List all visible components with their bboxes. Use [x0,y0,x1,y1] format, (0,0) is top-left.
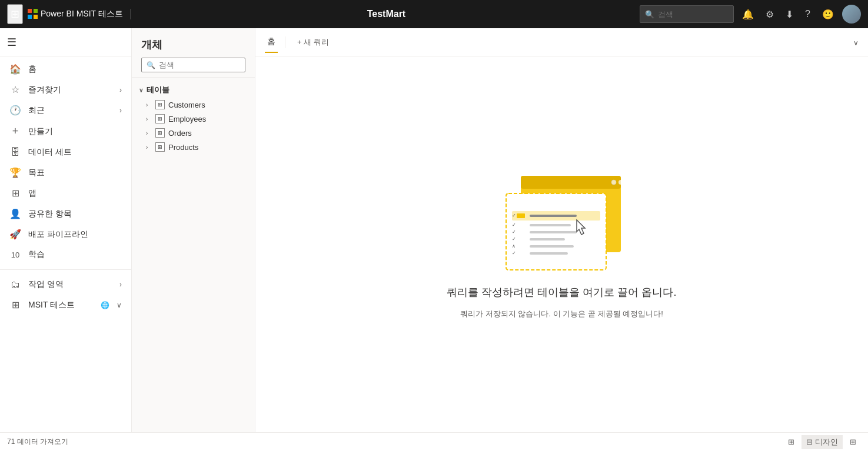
ms-blue [28,15,32,19]
bottom-right: ⊞ ⊟ 디자인 ⊞ [783,435,861,449]
sidebar-label-favorites: 즐겨찾기 [28,85,112,95]
notifications-icon[interactable]: 🔔 [739,6,757,22]
sidebar-nav: 🏠 홈 ☆ 즐겨찾기 › 🕐 최근 › + 만들기 🗄 데이터 세트 [0,56,131,432]
ms-green [34,9,38,13]
sidebar-item-datasets[interactable]: 🗄 데이터 세트 [0,142,131,162]
avatar[interactable] [842,5,861,24]
create-icon: + [9,125,21,138]
panel-search-input[interactable] [159,61,240,69]
apps-icon[interactable]: ⊞ [7,4,23,24]
apps-grid-icon: ⊞ [9,188,21,199]
ms-logo: Power BI MSIT 테스트 [28,9,131,19]
recent-icon: 🕐 [9,105,21,116]
object-panel: 개체 🔍 ∨ 테이블 › ⊞ Customers › ⊞ Employees [132,28,255,432]
table-label-products: Products [168,143,198,152]
svg-text:✓: ✓ [512,222,516,228]
sidebar-item-favorites[interactable]: ☆ 즐겨찾기 › [0,79,131,100]
chevron-right-icon-customers: › [146,102,152,108]
chevron-down-icon: ∨ [117,301,122,309]
sidebar-item-apps[interactable]: ⊞ 앱 [0,183,131,203]
sidebar-item-msit[interactable]: ⊞ MSIT 테스트 🌐 ∨ [0,295,131,315]
chevron-right-icon-employees: › [146,116,152,122]
svg-text:✓: ✓ [512,250,516,256]
sidebar-label-datasets: 데이터 세트 [28,147,122,158]
svg-rect-23 [530,245,574,248]
ms-squares [28,9,38,19]
tab-home[interactable]: 홈 [265,32,278,53]
ms-yellow [34,15,38,19]
divider-v [285,36,285,48]
sidebar-item-create[interactable]: + 만들기 [0,121,131,142]
svg-text:✓: ✓ [512,213,516,218]
sidebar-item-goals[interactable]: 🏆 목표 [0,162,131,183]
section-header-tables[interactable]: ∨ 테이블 [132,82,255,98]
sidebar-label-workspace: 작업 영역 [28,279,112,290]
bottombar: 71 데이터 가져오기 ⊞ ⊟ 디자인 ⊞ [0,432,868,451]
search-icon-panel: 🔍 [147,61,155,69]
svg-rect-24 [530,252,568,255]
app-name: Power BI MSIT 테스트 [41,9,123,19]
sidebar-label-msit: MSIT 테스트 [28,300,94,310]
svg-text:✓: ✓ [512,229,516,235]
hamburger-icon[interactable]: ☰ [7,36,16,49]
favorites-icon: ☆ [9,84,21,95]
sidebar-item-workspace[interactable]: 🗂 작업 영역 › [0,275,131,295]
table-item-orders[interactable]: › ⊞ Orders [132,126,255,140]
topbar-title: TestMart [367,9,406,19]
table-icon-employees: ⊞ [155,114,165,123]
emoji-icon[interactable]: 🙂 [819,6,837,22]
svg-point-3 [618,180,623,185]
view-design-button[interactable]: ⊟ 디자인 [802,435,843,449]
panel-title: 개체 [141,38,245,52]
content-area: 홈 + 새 쿼리 ∨ [255,28,868,432]
sidebar-item-home[interactable]: 🏠 홈 [0,59,131,79]
table-item-products[interactable]: › ⊞ Products [132,140,255,154]
topbar-center: TestMart [138,9,635,19]
svg-text:∧: ∧ [512,243,516,249]
drop-text-sub: 쿼리가 저장되지 않습니다. 이 기능은 곧 제공될 예정입니다! [460,309,663,319]
design-icon: ⊟ [806,437,813,446]
workspace-icon: 🗂 [9,279,21,290]
home-icon: 🏠 [9,64,21,75]
table-label-employees: Employees [168,115,206,123]
chevron-right-icon: › [119,86,122,94]
sidebar-label-home: 홈 [28,64,122,75]
table-item-employees[interactable]: › ⊞ Employees [132,112,255,126]
new-query-button[interactable]: + 새 쿼리 [292,35,334,50]
sidebar-item-shared[interactable]: 👤 공유한 항목 [0,203,131,224]
panel-search[interactable]: 🔍 [141,58,245,72]
sidebar-label-apps: 앱 [28,188,122,199]
view-model-button[interactable]: ⊞ [845,436,861,448]
chevron-down-icon-tables: ∨ [139,87,143,93]
collapse-icon[interactable]: ∨ [853,39,859,47]
chevron-right-icon-orders: › [146,130,152,136]
help-icon[interactable]: ? [802,6,814,22]
content-header: 홈 + 새 쿼리 ∨ [255,28,868,56]
table-label-orders: Orders [168,129,192,138]
view-grid-button[interactable]: ⊞ [783,436,799,448]
download-icon[interactable]: ⬇ [782,6,797,22]
goals-icon: 🏆 [9,167,21,178]
settings-icon[interactable]: ⚙ [762,6,777,22]
chevron-right-icon-3: › [119,280,122,289]
search-input[interactable] [658,10,729,19]
divider [0,269,131,270]
sidebar-label-learn: 학습 [28,249,122,260]
section-label-tables: 테이블 [147,85,169,95]
table-icon-products: ⊞ [155,142,165,152]
chevron-right-icon-products: › [146,144,152,151]
sidebar-item-deploy[interactable]: 🚀 배포 파이프라인 [0,224,131,245]
search-bar[interactable]: 🔍 [640,5,734,23]
sidebar-top: ☰ [0,28,131,56]
svg-rect-21 [530,231,577,233]
drop-zone: ✓ ✓ ✓ ∧ ✓ ✓ ✓ ✓ ✓ [255,56,868,432]
learn-icon: 10 [9,250,21,259]
table-icon-customers: ⊞ [155,100,165,109]
table-item-customers[interactable]: › ⊞ Customers [132,98,255,112]
main-layout: ☰ 🏠 홈 ☆ 즐겨찾기 › 🕐 최근 › + 만들기 🗄 [0,28,868,432]
sidebar-item-recent[interactable]: 🕐 최근 › [0,100,131,121]
sidebar-item-learn[interactable]: 10 학습 [0,245,131,265]
sidebar-label-shared: 공유한 항목 [28,209,122,219]
shared-icon: 👤 [9,208,21,219]
svg-rect-1 [521,176,621,189]
